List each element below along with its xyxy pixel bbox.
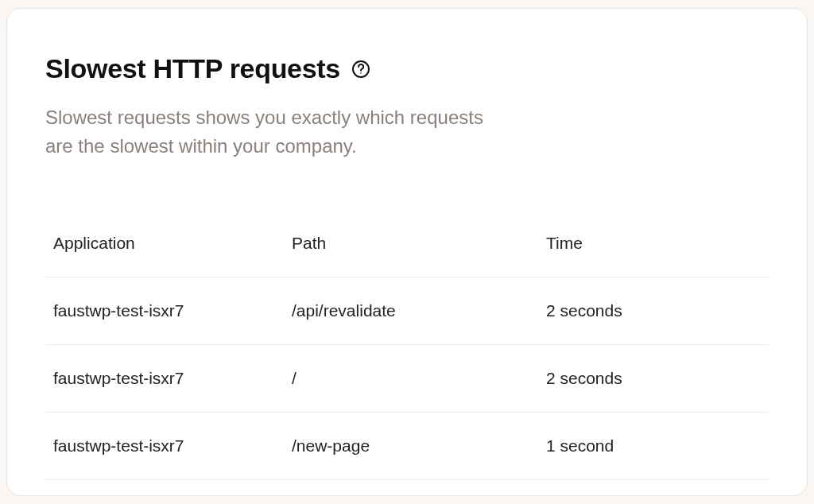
table-header-row: Application Path Time [45, 210, 769, 277]
requests-table: Application Path Time faustwp-test-isxr7… [45, 210, 769, 480]
cell-path: /api/revalidate [292, 301, 546, 320]
table-row: faustwp-test-isxr7 /new-page 1 second [45, 413, 769, 480]
table-row: faustwp-test-isxr7 / 2 seconds [45, 345, 769, 413]
col-path: Path [292, 234, 546, 253]
cell-application: faustwp-test-isxr7 [53, 301, 292, 320]
cell-path: / [292, 369, 546, 388]
card-header: Slowest HTTP requests [45, 53, 769, 84]
col-application: Application [53, 234, 292, 253]
cell-time: 1 second [546, 436, 761, 456]
cell-time: 2 seconds [546, 369, 761, 388]
slowest-requests-card: Slowest HTTP requests Slowest requests s… [6, 8, 808, 496]
cell-application: faustwp-test-isxr7 [53, 436, 292, 456]
svg-point-1 [360, 72, 362, 74]
cell-time: 2 seconds [546, 301, 761, 320]
table-row: faustwp-test-isxr7 /api/revalidate 2 sec… [45, 277, 769, 345]
card-subtitle: Slowest requests shows you exactly which… [45, 103, 506, 161]
cell-application: faustwp-test-isxr7 [53, 369, 292, 388]
card-title: Slowest HTTP requests [45, 53, 340, 84]
cell-path: /new-page [292, 436, 546, 456]
help-icon[interactable] [351, 60, 370, 79]
col-time: Time [546, 234, 761, 253]
